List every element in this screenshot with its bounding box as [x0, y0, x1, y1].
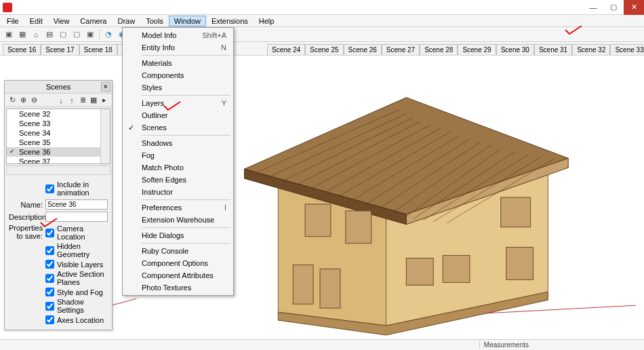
scene-list-item[interactable]: ✓Scene 36	[7, 147, 110, 157]
scene-tab[interactable]: Scene 32	[572, 44, 610, 55]
move-up-icon[interactable]: ↑	[67, 96, 77, 105]
prop-label: Visible Layers	[57, 260, 103, 269]
menu-item-components[interactable]: Components	[124, 69, 232, 81]
panel-title[interactable]: Scenes ✕	[5, 81, 112, 94]
prop-label: Hidden Geometry	[57, 242, 108, 258]
close-button[interactable]: ✕	[624, 0, 644, 15]
menu-item-instructor[interactable]: Instructor	[124, 186, 232, 198]
scene-tab[interactable]: Scene 16	[3, 44, 41, 55]
layers-icon[interactable]: ▤	[43, 28, 56, 41]
scene-list-item[interactable]: Scene 33	[7, 119, 110, 128]
menu-tools[interactable]: Tools	[140, 16, 169, 26]
prop-label: Axes Location	[57, 316, 104, 324]
menu-icon[interactable]: ▸	[100, 96, 109, 105]
menu-extensions[interactable]: Extensions	[206, 16, 254, 26]
properties-label: Properties to save:	[9, 224, 43, 240]
scene-list-item[interactable]: Scene 35	[7, 138, 110, 147]
svg-rect-28	[406, 258, 433, 286]
titlebar: — ▢ ✕	[0, 0, 644, 15]
scene-list[interactable]: Scene 32Scene 33Scene 34Scene 35✓Scene 3…	[6, 109, 110, 164]
measurements-label: Measurements	[479, 341, 556, 349]
prop-checkbox-axes-location[interactable]	[45, 315, 54, 324]
prop-checkbox-shadow-settings[interactable]	[45, 302, 54, 311]
prop-checkbox-active-section-planes[interactable]	[45, 274, 54, 283]
app-icon	[3, 3, 12, 12]
scene-description-input[interactable]	[45, 212, 108, 222]
scrollbar[interactable]	[100, 109, 110, 163]
menu-item-outliner[interactable]: Outliner	[124, 109, 232, 121]
scene-tab[interactable]: Scene 17	[41, 44, 79, 55]
scene-tab[interactable]: Scene 30	[496, 44, 534, 55]
scene-tab[interactable]: Scene 18	[79, 44, 117, 55]
scene-tab[interactable]: Scene 28	[420, 44, 458, 55]
main-toolbar: ▣ ▦ ⌂ ▤ ▢ ▢ ▣ ◔ ◉	[0, 27, 644, 42]
prop-label: Camera Location	[57, 225, 108, 241]
menu-item-shadows[interactable]: Shadows	[124, 137, 232, 149]
move-down-icon[interactable]: ↓	[56, 96, 66, 105]
thumbnail-view-icon[interactable]: ▦	[89, 96, 98, 105]
menu-item-entity-info[interactable]: Entity InfoN	[124, 41, 232, 54]
scene-name-input[interactable]	[45, 199, 108, 210]
scene-list-item[interactable]: Scene 37	[7, 157, 110, 164]
menu-window[interactable]: Window	[169, 16, 206, 26]
prop-label: Active Section Planes	[57, 270, 108, 286]
menu-item-ruby-console[interactable]: Ruby Console	[124, 245, 232, 257]
menu-view[interactable]: View	[48, 16, 75, 26]
cube-icon[interactable]: ▦	[16, 28, 28, 41]
statusbar: Measurements	[0, 339, 644, 350]
menu-item-model-info[interactable]: Model InfoShift+A	[124, 29, 232, 41]
prop-label: Style and Fog	[57, 288, 103, 296]
scenes-panel-toolbar: ↻ ⊕ ⊖ ↓ ↑ ≣ ▦ ▸	[5, 94, 112, 107]
prop-checkbox-style-and-fog[interactable]	[45, 288, 54, 296]
scene-tab[interactable]: Scene 26	[344, 44, 382, 55]
minimize-button[interactable]: —	[583, 0, 603, 15]
menu-item-soften-edges[interactable]: Soften Edges	[124, 174, 232, 186]
scene-tab[interactable]: Scene 31	[534, 44, 572, 55]
menu-edit[interactable]: Edit	[24, 16, 48, 26]
menu-item-layers[interactable]: LayersY	[124, 97, 232, 109]
menu-item-fog[interactable]: Fog	[124, 149, 232, 161]
scene-list-item[interactable]: Scene 34	[7, 128, 110, 138]
include-in-animation-checkbox[interactable]	[45, 184, 54, 193]
svg-rect-30	[506, 248, 534, 280]
scene-tab[interactable]: Scene 27	[382, 44, 420, 55]
home-icon[interactable]: ⌂	[30, 28, 42, 41]
panel-title-text: Scenes	[46, 83, 71, 91]
menu-item-styles[interactable]: Styles	[124, 81, 232, 94]
menu-item-materials[interactable]: Materials	[124, 57, 232, 69]
menu-item-scenes[interactable]: ✓Scenes	[124, 121, 232, 134]
menu-item-component-attributes[interactable]: Component Attributes	[124, 269, 232, 281]
prop-checkbox-visible-layers[interactable]	[45, 260, 54, 269]
menu-draw[interactable]: Draw	[112, 16, 140, 26]
menu-camera[interactable]: Camera	[75, 16, 112, 26]
hscrollbar[interactable]	[6, 166, 110, 175]
scene-tab[interactable]: Scene 29	[458, 44, 496, 55]
menu-item-photo-textures[interactable]: Photo Textures	[124, 281, 232, 294]
scene-tab[interactable]: Scene 24	[267, 44, 305, 55]
paint-bucket-icon[interactable]: ▣	[3, 28, 15, 41]
folder-b-icon[interactable]: ▢	[71, 28, 83, 41]
maximize-button[interactable]: ▢	[603, 0, 624, 15]
menu-item-component-options[interactable]: Component Options	[124, 257, 232, 269]
menu-file[interactable]: File	[1, 16, 24, 26]
scene-list-item[interactable]: Scene 32	[7, 109, 110, 119]
scene-tabs: Scene 16Scene 17Scene 18Scene 19Scene 24…	[0, 42, 644, 56]
protractor-icon[interactable]: ◔	[102, 28, 115, 41]
menu-item-hide-dialogs[interactable]: Hide Dialogs	[124, 229, 232, 241]
add-scene-icon[interactable]: ⊕	[18, 96, 28, 105]
folder-a-icon[interactable]: ▢	[57, 28, 69, 41]
menu-help[interactable]: Help	[254, 16, 280, 26]
menu-item-preferences[interactable]: PreferencesI	[124, 201, 232, 214]
menu-item-match-photo[interactable]: Match Photo	[124, 161, 232, 174]
prop-checkbox-camera-location[interactable]	[45, 229, 54, 237]
prop-checkbox-hidden-geometry[interactable]	[45, 246, 54, 255]
panel-close-button[interactable]: ✕	[101, 82, 110, 92]
remove-scene-icon[interactable]: ⊖	[29, 96, 39, 105]
menu-item-extension-warehouse[interactable]: Extension Warehouse	[124, 214, 232, 226]
refresh-icon[interactable]: ↻	[7, 96, 17, 105]
scene-tab[interactable]: Scene 33	[610, 44, 644, 55]
list-view-icon[interactable]: ≣	[78, 96, 87, 105]
scene-tab[interactable]: Scene 25	[305, 44, 343, 55]
open-icon[interactable]: ▣	[84, 28, 96, 41]
window-menu-dropdown: Model InfoShift+AEntity InfoNMaterialsCo…	[122, 27, 234, 296]
